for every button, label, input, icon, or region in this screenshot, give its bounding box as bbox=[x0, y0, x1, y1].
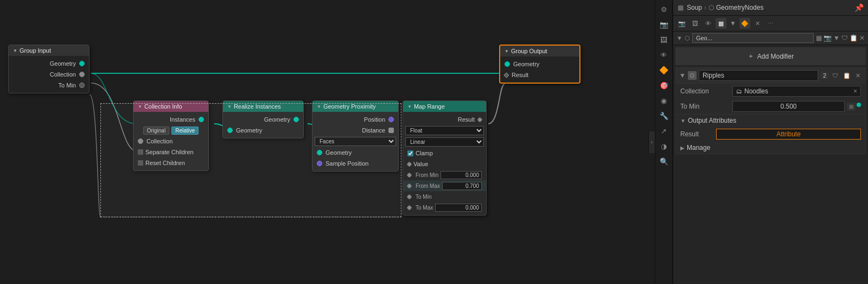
node-header-maprange: ▼ Map Range bbox=[403, 101, 486, 112]
mr-interp-row: Linear Stepped bbox=[403, 136, 486, 148]
modifier-number: 2 bbox=[820, 72, 829, 79]
sidebar-view-icon[interactable]: 👁 bbox=[657, 48, 671, 62]
mr-frommax-socket[interactable] bbox=[407, 183, 412, 188]
group-input-node[interactable]: ▼ Group Input Geometry Collection To Min bbox=[8, 45, 90, 93]
mr-clamp-row: Clamp bbox=[403, 148, 486, 159]
collection-clear-btn[interactable]: × bbox=[853, 87, 857, 95]
sidebar-output-icon[interactable]: 🖼 bbox=[657, 33, 671, 47]
panel-content: ＋ Add Modifier ▼ ⬡ 2 🛡 📋 ✕ bbox=[673, 45, 868, 284]
sidebar-render-icon[interactable]: 📷 bbox=[657, 17, 671, 31]
modifier-copy-btn[interactable]: 📋 bbox=[841, 72, 852, 80]
mr-value-socket[interactable] bbox=[407, 161, 412, 167]
modifier-name-input[interactable] bbox=[699, 70, 818, 81]
pin-icon[interactable]: 📌 bbox=[854, 3, 864, 12]
sidebar-tools-icon[interactable]: ⚙ bbox=[657, 2, 671, 16]
collection-info-node[interactable]: ▼ Collection Info Instances Original Rel… bbox=[133, 100, 209, 171]
group-output-node[interactable]: ▼ Group Output Geometry Result bbox=[499, 45, 580, 84]
ci-separate-checkbox[interactable] bbox=[138, 149, 143, 155]
realize-geometry-in-row: Geometry bbox=[223, 125, 303, 136]
sidebar-scene-icon[interactable]: ◑ bbox=[657, 139, 671, 153]
panel-view-icon[interactable]: 👁 bbox=[703, 18, 713, 29]
geometry-in-socket[interactable] bbox=[505, 61, 510, 67]
add-icon: ＋ bbox=[748, 52, 754, 61]
panel-render-icon[interactable]: 📷 bbox=[676, 18, 687, 29]
collection-info-title: Collection Info bbox=[144, 103, 182, 110]
collection-field[interactable]: 🗂 Noodles × bbox=[732, 86, 861, 97]
ci-collection-socket[interactable] bbox=[138, 138, 143, 144]
group-input-tomin-row: To Min bbox=[9, 80, 89, 91]
modifier-delete-btn[interactable]: ✕ bbox=[854, 72, 862, 80]
sidebar-particles-icon[interactable]: 🎯 bbox=[657, 78, 671, 92]
modifier-shield-btn[interactable]: 🛡 bbox=[831, 72, 840, 79]
panel-x-icon[interactable]: ✕ bbox=[859, 34, 865, 42]
modifier-header: ▼ ⬡ 2 🛡 📋 ✕ bbox=[676, 68, 865, 84]
manage-row[interactable]: ▶ Manage bbox=[676, 142, 865, 154]
mr-frommin-row: From Min bbox=[403, 169, 486, 180]
breadcrumb-sep: › bbox=[704, 4, 706, 11]
mr-clamp-checkbox[interactable] bbox=[407, 150, 413, 156]
sidebar-constraints-icon[interactable]: 🔧 bbox=[657, 109, 671, 123]
panel-output-icon[interactable]: 🖼 bbox=[690, 18, 700, 29]
panel-more-icon[interactable]: ⋯ bbox=[765, 18, 776, 29]
group-output-result-row: Result bbox=[500, 70, 579, 80]
mr-result-socket[interactable] bbox=[477, 117, 483, 122]
ci-instances-socket[interactable] bbox=[199, 117, 204, 122]
sidebar-world-icon[interactable]: 🔍 bbox=[657, 154, 671, 168]
mr-interp-dropdown[interactable]: Linear Stepped bbox=[405, 137, 484, 147]
tomin-out-socket[interactable] bbox=[79, 83, 85, 88]
realize-geo-out-socket[interactable] bbox=[293, 117, 299, 122]
node-header-collection-info: ▼ Collection Info bbox=[133, 101, 208, 112]
node-header-proximity: ▼ Geometry Proximity bbox=[312, 101, 398, 112]
node-header-group-output: ▼ Group Output bbox=[500, 46, 579, 56]
panel-active-icon[interactable]: 🔶 bbox=[739, 18, 750, 29]
collection-out-socket[interactable] bbox=[79, 72, 85, 77]
node-header-realize: ▼ Realize Instances bbox=[223, 101, 303, 112]
mr-frommax-input[interactable] bbox=[442, 182, 482, 190]
tomin-input[interactable] bbox=[732, 101, 845, 112]
modifier-actions: 2 🛡 📋 ✕ bbox=[820, 72, 862, 80]
mr-value-label-row: Value bbox=[403, 159, 486, 169]
collapse-handle[interactable]: ‹ bbox=[648, 131, 655, 153]
panel-mesh-icon[interactable]: ▦ bbox=[816, 34, 822, 42]
tomin-label: To Min bbox=[680, 103, 729, 110]
add-modifier-button[interactable]: ＋ Add Modifier bbox=[675, 47, 866, 65]
mr-tomax-input[interactable] bbox=[435, 204, 482, 212]
sidebar-modifier-icon[interactable]: 🔶 bbox=[657, 63, 671, 77]
expand-arrow[interactable]: ▼ bbox=[676, 35, 682, 41]
output-attrs-section[interactable]: ▼ Output Attributes bbox=[676, 114, 865, 127]
realize-geo-in-socket[interactable] bbox=[227, 128, 233, 133]
relative-button[interactable]: Relative bbox=[171, 127, 199, 135]
panel-shield-icon[interactable]: 🛡 bbox=[841, 34, 848, 42]
prox-sample-socket[interactable] bbox=[317, 161, 322, 166]
attribute-badge[interactable]: Attribute bbox=[716, 129, 861, 140]
result-in-socket[interactable] bbox=[504, 72, 509, 78]
original-button[interactable]: Original bbox=[143, 127, 169, 135]
maprange-body: Result Float Vector Linear Stepped bbox=[403, 112, 486, 215]
mr-frommin-input[interactable] bbox=[441, 171, 482, 179]
panel-copy-icon[interactable]: 📋 bbox=[850, 34, 858, 42]
prox-geo-socket[interactable] bbox=[317, 150, 322, 155]
geometry-proximity-node[interactable]: ▼ Geometry Proximity Position Distance F… bbox=[312, 100, 399, 172]
sidebar-shader-icon[interactable]: ↗ bbox=[657, 124, 671, 138]
panel-close-icon[interactable]: ✕ bbox=[752, 18, 763, 29]
prox-dist-socket[interactable] bbox=[388, 128, 394, 133]
ci-reset-checkbox[interactable] bbox=[138, 160, 143, 166]
tomin-array-btn[interactable]: ⊞ bbox=[847, 103, 856, 111]
prox-pos-socket[interactable] bbox=[388, 117, 394, 122]
modifier-expand[interactable]: ▼ bbox=[679, 72, 686, 79]
mr-tomin-socket[interactable] bbox=[407, 194, 412, 199]
tomin-actions: ⊞ bbox=[847, 103, 861, 111]
mr-frommin-socket[interactable] bbox=[407, 172, 412, 178]
mr-type-dropdown[interactable]: Float Vector bbox=[405, 126, 484, 135]
mr-tomax-socket[interactable] bbox=[407, 205, 412, 210]
collection-value: 🗂 Noodles × bbox=[732, 86, 861, 97]
mr-result-row: Result bbox=[403, 114, 486, 125]
proximity-dropdown[interactable]: Faces Points Edges bbox=[315, 137, 396, 146]
geometry-out-socket[interactable] bbox=[79, 61, 85, 66]
panel-render2-icon[interactable]: 📷 bbox=[824, 34, 832, 42]
map-range-node[interactable]: ▼ Map Range Result Float Vector Linear bbox=[403, 100, 487, 216]
sidebar-physics-icon[interactable]: ◉ bbox=[657, 93, 671, 108]
realize-instances-node[interactable]: ▼ Realize Instances Geometry Geometry bbox=[222, 100, 304, 138]
prox-faces-row: Faces Points Edges bbox=[312, 136, 398, 147]
panel-object-icon[interactable]: ▦ bbox=[716, 18, 726, 29]
